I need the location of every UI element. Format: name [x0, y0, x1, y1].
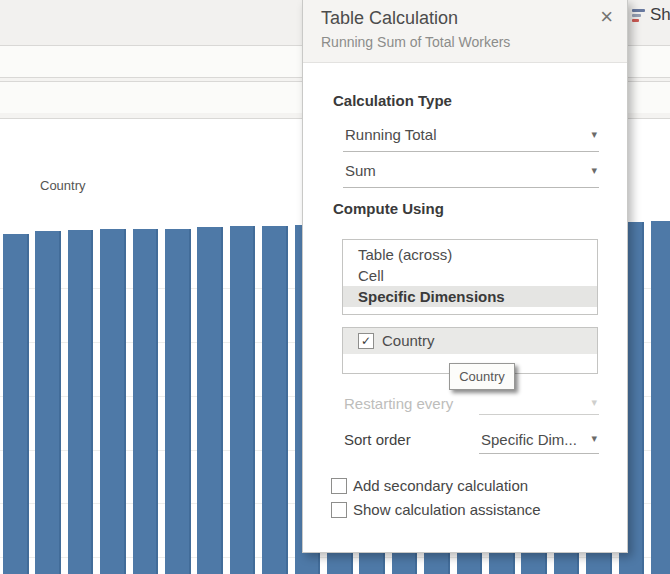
bar-mark[interactable] [35, 231, 61, 574]
country-tooltip: Country [449, 363, 515, 390]
chevron-down-icon: ▾ [591, 396, 597, 409]
bar-mark[interactable] [230, 226, 256, 574]
bar-mark[interactable] [68, 230, 94, 574]
chevron-down-icon: ▾ [591, 128, 597, 141]
compute-using-heading: Compute Using [333, 200, 444, 217]
table-calculation-dialog: Table Calculation Running Sum of Total W… [302, 0, 628, 553]
show-me-bar-red [632, 19, 639, 22]
add-secondary-label: Add secondary calculation [353, 477, 528, 494]
bar-mark[interactable] [100, 229, 126, 574]
aggregation-value: Sum [345, 162, 376, 179]
compute-using-listbox: Table (across) Cell Specific Dimensions [342, 239, 598, 315]
add-secondary-checkbox[interactable] [331, 478, 347, 494]
restarting-every-label: Restarting every [344, 395, 453, 412]
compute-option-cell[interactable]: Cell [343, 265, 597, 286]
compute-option-specific-dimensions[interactable]: Specific Dimensions [343, 286, 597, 307]
dialog-header: Table Calculation Running Sum of Total W… [303, 0, 627, 63]
compute-option-table-across[interactable]: Table (across) [343, 244, 597, 265]
sort-order-label: Sort order [344, 431, 411, 448]
chevron-down-icon: ▾ [591, 164, 597, 177]
tableau-workspace: Country Sh Table Calculation Running Sum… [0, 0, 670, 574]
show-me-icon[interactable] [632, 9, 646, 25]
country-checkbox[interactable]: ✓ [358, 333, 374, 349]
close-icon[interactable]: × [596, 4, 617, 30]
dialog-title: Table Calculation [321, 8, 458, 29]
bar-mark[interactable] [262, 226, 288, 574]
calculation-type-heading: Calculation Type [333, 92, 452, 109]
sort-order-dropdown[interactable]: Specific Dim... ▾ [479, 431, 599, 454]
aggregation-dropdown[interactable]: Sum ▾ [343, 158, 599, 188]
dimension-row-country[interactable]: ✓ Country [343, 328, 597, 354]
sort-order-value: Specific Dim... [481, 431, 577, 448]
show-assistance-label: Show calculation assistance [353, 501, 541, 518]
bar-mark[interactable] [651, 221, 670, 574]
bar-mark[interactable] [165, 229, 191, 574]
calculation-type-value: Running Total [345, 126, 436, 143]
bar-mark[interactable] [3, 234, 29, 574]
calculation-type-dropdown[interactable]: Running Total ▾ [343, 122, 599, 152]
show-me-bar-gray [632, 14, 641, 17]
bar-mark[interactable] [133, 229, 159, 574]
bar-mark[interactable] [197, 227, 223, 574]
column-axis-header: Country [40, 178, 86, 193]
show-assistance-checkbox[interactable] [331, 502, 347, 518]
show-me-button[interactable]: Sh [650, 5, 670, 25]
chevron-down-icon: ▾ [591, 432, 597, 445]
restarting-every-dropdown: ▾ [479, 398, 599, 415]
dimension-label: Country [382, 332, 435, 349]
show-me-bar-blue [632, 9, 645, 12]
dialog-subtitle: Running Sum of Total Workers [321, 34, 510, 50]
